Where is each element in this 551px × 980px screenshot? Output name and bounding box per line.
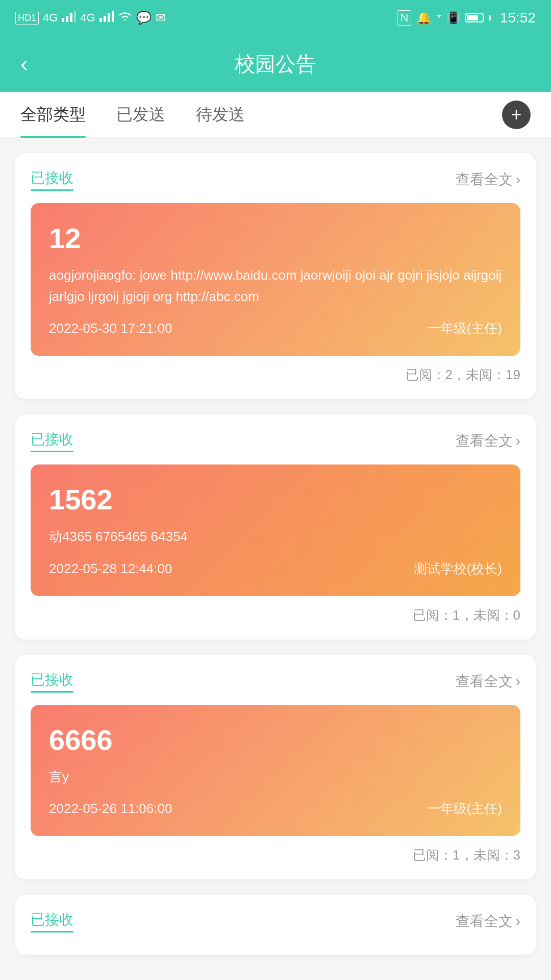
back-button[interactable]: ‹ xyxy=(20,51,28,77)
notice-banner[interactable]: 6666 言y 2022-05-26 11:06:00 一年级(主任) xyxy=(31,705,520,837)
signal-bars-2 xyxy=(99,11,114,25)
view-all-button[interactable]: 查看全文 › xyxy=(456,912,520,931)
svg-rect-7 xyxy=(112,11,114,22)
chevron-right-icon: › xyxy=(516,913,520,929)
svg-rect-5 xyxy=(104,16,106,22)
page-header: ‹ 校园公告 xyxy=(0,36,551,92)
notice-footer: 2022-05-30 17:21:00 一年级(主任) xyxy=(49,320,502,337)
notice-number: 12 xyxy=(49,222,502,255)
status-icons-left: HD1 4G 4G 💬 xyxy=(15,11,166,25)
received-badge: 已接收 xyxy=(31,910,73,933)
view-all-label: 查看全文 xyxy=(456,912,513,931)
notice-card: 已接收 查看全文 › 6666 言y 2022-05-26 11:06:00 一… xyxy=(15,655,536,880)
wifi-icon xyxy=(118,11,132,25)
card-header: 已接收 查看全文 › xyxy=(31,910,520,933)
chevron-right-icon: › xyxy=(516,673,520,690)
time-display: 15:52 xyxy=(500,10,536,26)
notice-date: 2022-05-28 12:44:00 xyxy=(49,561,172,577)
notice-role: 测试学校(校长) xyxy=(414,560,502,578)
svg-rect-1 xyxy=(66,16,68,22)
notice-footer: 2022-05-26 11:06:00 一年级(主任) xyxy=(49,800,502,818)
svg-rect-6 xyxy=(108,13,110,22)
msg-icon: ✉ xyxy=(156,11,166,25)
notice-role: 一年级(主任) xyxy=(427,320,502,337)
hd1-label: HD1 xyxy=(15,12,39,24)
svg-rect-2 xyxy=(70,13,72,22)
svg-rect-0 xyxy=(62,18,64,22)
notice-content: 言y xyxy=(49,767,502,788)
chevron-right-icon: › xyxy=(516,172,520,188)
signal-4g-2: 4G xyxy=(80,11,95,24)
card-header: 已接收 查看全文 › xyxy=(31,670,520,693)
notice-number: 1562 xyxy=(49,483,502,516)
nfc-icon: N xyxy=(397,10,411,26)
svg-rect-4 xyxy=(99,18,102,22)
view-all-label: 查看全文 xyxy=(456,431,513,451)
signal-4g-1: 4G xyxy=(43,11,58,24)
view-all-label: 查看全文 xyxy=(456,672,513,691)
notice-stats: 已阅：2，未阅：19 xyxy=(31,366,520,384)
notice-date: 2022-05-30 17:21:00 xyxy=(49,321,172,336)
wechat-icon: 💬 xyxy=(136,11,152,25)
notices-list: 已接收 查看全文 › 12 aogjorojiaogfo: jowe http:… xyxy=(0,138,551,970)
status-icons-right: N 🔔 * 📳 15:52 xyxy=(397,10,536,26)
received-badge: 已接收 xyxy=(31,168,73,191)
chevron-right-icon: › xyxy=(516,433,520,449)
notice-stats: 已阅：1，未阅：0 xyxy=(31,606,520,624)
page-title: 校园公告 xyxy=(235,50,316,78)
battery-tip xyxy=(489,15,491,20)
received-badge: 已接收 xyxy=(31,430,73,452)
notice-footer: 2022-05-28 12:44:00 测试学校(校长) xyxy=(49,560,502,578)
add-notice-button[interactable]: + xyxy=(502,101,531,129)
card-header: 已接收 查看全文 › xyxy=(31,430,520,452)
notice-banner[interactable]: 12 aogjorojiaogfo: jowe http://www.baidu… xyxy=(31,203,520,356)
notice-date: 2022-05-26 11:06:00 xyxy=(49,801,172,817)
tabs-bar: 全部类型 已发送 待发送 + xyxy=(0,92,551,138)
bluetooth-icon: * xyxy=(437,11,441,24)
vibrate-icon: 📳 xyxy=(446,11,460,24)
notice-role: 一年级(主任) xyxy=(427,800,502,818)
view-all-label: 查看全文 xyxy=(456,170,513,189)
notice-number: 6666 xyxy=(49,723,502,756)
notice-card: 已接收 查看全文 › 1562 动4365 6765465 64354 2022… xyxy=(15,414,536,640)
notice-stats: 已阅：1，未阅：3 xyxy=(31,846,520,864)
notice-content: 动4365 6765465 64354 xyxy=(49,526,502,548)
notice-content: aogjorojiaogfo: jowe http://www.baidu.co… xyxy=(49,265,502,307)
signal-bars-1 xyxy=(62,11,76,25)
view-all-button[interactable]: 查看全文 › xyxy=(456,672,520,691)
notice-card: 已接收 查看全文 › 12 aogjorojiaogfo: jowe http:… xyxy=(15,153,536,399)
notice-banner[interactable]: 1562 动4365 6765465 64354 2022-05-28 12:4… xyxy=(31,464,520,596)
view-all-button[interactable]: 查看全文 › xyxy=(456,170,520,189)
tab-pending[interactable]: 待发送 xyxy=(196,92,245,138)
battery-icon xyxy=(465,13,484,22)
tab-sent[interactable]: 已发送 xyxy=(116,92,165,138)
alarm-icon: 🔔 xyxy=(416,11,432,25)
tab-all-types[interactable]: 全部类型 xyxy=(20,92,86,138)
svg-rect-3 xyxy=(74,11,76,22)
notice-card: 已接收 查看全文 › xyxy=(15,895,536,955)
card-header: 已接收 查看全文 › xyxy=(31,168,520,191)
view-all-button[interactable]: 查看全文 › xyxy=(456,431,520,451)
status-bar: HD1 4G 4G 💬 xyxy=(0,0,551,36)
received-badge: 已接收 xyxy=(31,670,73,693)
